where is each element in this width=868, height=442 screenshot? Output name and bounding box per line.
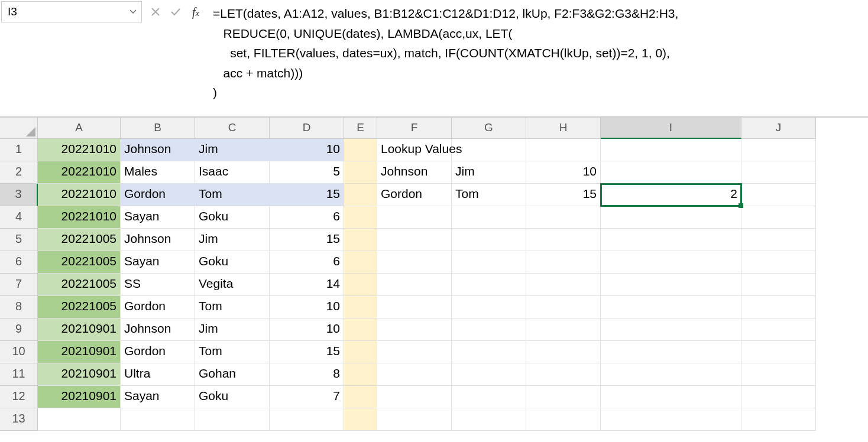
cell-B2[interactable]: Males — [121, 161, 195, 184]
cell-F13[interactable] — [377, 408, 452, 431]
cell-B11[interactable]: Ultra — [121, 363, 195, 386]
cell-J13[interactable] — [741, 408, 816, 431]
cell-D1[interactable]: 10 — [270, 139, 344, 161]
cell-G5[interactable] — [452, 229, 526, 251]
cell-E11[interactable] — [344, 363, 377, 386]
cell-B7[interactable]: SS — [121, 274, 195, 296]
cell-A8[interactable]: 20221005 — [38, 296, 121, 318]
cell-B4[interactable]: Sayan — [121, 206, 195, 229]
cell-C13[interactable] — [195, 408, 270, 431]
cell-B12[interactable]: Sayan — [121, 386, 195, 408]
cell-C6[interactable]: Goku — [195, 251, 270, 274]
cell-A13[interactable] — [38, 408, 121, 431]
cell-J4[interactable] — [741, 206, 816, 229]
cell-G1[interactable] — [452, 139, 526, 161]
row-header-8[interactable]: 8 — [0, 296, 38, 318]
cell-D13[interactable] — [270, 408, 344, 431]
cell-H5[interactable] — [526, 229, 601, 251]
cell-G7[interactable] — [452, 274, 526, 296]
cell-I8[interactable] — [601, 296, 741, 318]
cell-B13[interactable] — [121, 408, 195, 431]
cell-F2[interactable]: Johnson — [377, 161, 452, 184]
cell-F4[interactable] — [377, 206, 452, 229]
cell-H4[interactable] — [526, 206, 601, 229]
cell-J1[interactable] — [741, 139, 816, 161]
cell-G2[interactable]: Jim — [452, 161, 526, 184]
row-header-4[interactable]: 4 — [0, 206, 38, 229]
cell-H3[interactable]: 15 — [526, 184, 601, 206]
cell-I13[interactable] — [601, 408, 741, 431]
cell-A6[interactable]: 20221005 — [38, 251, 121, 274]
cell-F7[interactable] — [377, 274, 452, 296]
cell-I2[interactable] — [601, 161, 741, 184]
cell-H7[interactable] — [526, 274, 601, 296]
insert-function-button[interactable]: fx — [186, 2, 206, 22]
cell-I10[interactable] — [601, 341, 741, 363]
cell-J3[interactable] — [741, 184, 816, 206]
cell-G9[interactable] — [452, 318, 526, 341]
col-header-A[interactable]: A — [38, 118, 121, 139]
row-header-3[interactable]: 3 — [0, 184, 38, 206]
cell-B10[interactable]: Gordon — [121, 341, 195, 363]
row-header-5[interactable]: 5 — [0, 229, 38, 251]
name-box[interactable] — [1, 1, 142, 22]
cell-H2[interactable]: 10 — [526, 161, 601, 184]
cell-B5[interactable]: Johnson — [121, 229, 195, 251]
cell-C8[interactable]: Tom — [195, 296, 270, 318]
cell-I4[interactable] — [601, 206, 741, 229]
cell-J8[interactable] — [741, 296, 816, 318]
cell-B6[interactable]: Sayan — [121, 251, 195, 274]
fill-handle[interactable] — [739, 203, 743, 208]
col-header-D[interactable]: D — [270, 118, 344, 139]
row-header-12[interactable]: 12 — [0, 386, 38, 408]
col-header-E[interactable]: E — [344, 118, 377, 139]
cell-D11[interactable]: 8 — [270, 363, 344, 386]
cell-J10[interactable] — [741, 341, 816, 363]
cell-H13[interactable] — [526, 408, 601, 431]
cell-J2[interactable] — [741, 161, 816, 184]
formula-input[interactable]: =LET(dates, A1:A12, values, B1:B12&C1:C1… — [208, 0, 868, 106]
cell-A11[interactable]: 20210901 — [38, 363, 121, 386]
enter-button[interactable] — [166, 2, 186, 22]
cell-F12[interactable] — [377, 386, 452, 408]
cell-H11[interactable] — [526, 363, 601, 386]
cell-J6[interactable] — [741, 251, 816, 274]
cell-A12[interactable]: 20210901 — [38, 386, 121, 408]
col-header-B[interactable]: B — [121, 118, 195, 139]
cell-A10[interactable]: 20210901 — [38, 341, 121, 363]
row-header-7[interactable]: 7 — [0, 274, 38, 296]
col-header-F[interactable]: F — [377, 118, 452, 139]
cell-B8[interactable]: Gordon — [121, 296, 195, 318]
cell-E9[interactable] — [344, 318, 377, 341]
cell-J11[interactable] — [741, 363, 816, 386]
cell-A3[interactable]: 20221010 — [38, 184, 121, 206]
cell-I9[interactable] — [601, 318, 741, 341]
cell-I5[interactable] — [601, 229, 741, 251]
cell-H6[interactable] — [526, 251, 601, 274]
name-box-dropdown[interactable] — [127, 4, 139, 20]
cell-E2[interactable] — [344, 161, 377, 184]
col-header-H[interactable]: H — [526, 118, 601, 139]
cell-C5[interactable]: Jim — [195, 229, 270, 251]
cell-G4[interactable] — [452, 206, 526, 229]
cell-C12[interactable]: Goku — [195, 386, 270, 408]
cell-G12[interactable] — [452, 386, 526, 408]
cell-B1[interactable]: Johnson — [121, 139, 195, 161]
cell-A4[interactable]: 20221010 — [38, 206, 121, 229]
col-header-I[interactable]: I — [601, 118, 741, 139]
cell-F10[interactable] — [377, 341, 452, 363]
cell-D8[interactable]: 10 — [270, 296, 344, 318]
cell-H9[interactable] — [526, 318, 601, 341]
cell-I6[interactable] — [601, 251, 741, 274]
cell-D5[interactable]: 15 — [270, 229, 344, 251]
cell-F1[interactable]: Lookup Values — [377, 139, 452, 161]
cell-B9[interactable]: Johnson — [121, 318, 195, 341]
cell-G10[interactable] — [452, 341, 526, 363]
cell-F3[interactable]: Gordon — [377, 184, 452, 206]
cell-C4[interactable]: Goku — [195, 206, 270, 229]
row-header-11[interactable]: 11 — [0, 363, 38, 386]
cell-G8[interactable] — [452, 296, 526, 318]
cell-E3[interactable] — [344, 184, 377, 206]
name-box-input[interactable] — [7, 5, 137, 19]
cell-A2[interactable]: 20221010 — [38, 161, 121, 184]
